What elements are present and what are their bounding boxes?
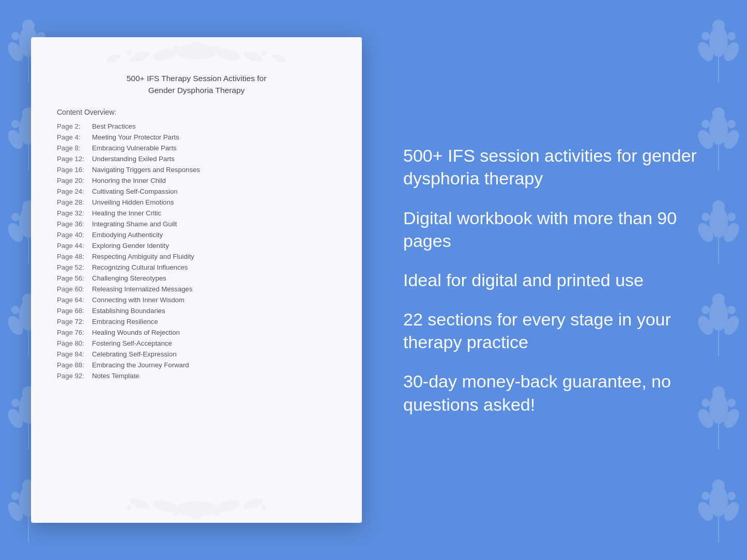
toc-page-number: Page 88: [57, 361, 92, 369]
toc-page-number: Page 80: [57, 339, 92, 347]
toc-item: Page 16:Navigating Triggers and Response… [57, 165, 336, 175]
toc-page-number: Page 64: [57, 296, 92, 304]
toc-title: Honoring the Inner Child [92, 177, 166, 184]
content-overview-label: Content Overview: [57, 108, 336, 116]
toc-title: Understanding Exiled Parts [92, 155, 175, 163]
toc-title: Challenging Stereotypes [92, 274, 166, 282]
toc-title: Best Practices [92, 122, 135, 130]
svg-point-93 [261, 51, 266, 56]
toc-title: Fostering Self-Acceptance [92, 339, 172, 347]
svg-point-101 [214, 509, 220, 516]
document-preview: 500+ IFS Therapy Session Activities for … [31, 37, 362, 523]
svg-point-103 [242, 496, 264, 511]
toc-item: Page 64:Connecting with Inner Wisdom [57, 295, 336, 305]
toc-title: Releasing Internalized Messages [92, 285, 192, 293]
toc-page-number: Page 28: [57, 198, 92, 206]
svg-point-90 [128, 49, 150, 64]
toc-title: Notes Template [92, 372, 139, 380]
toc-item: Page 84:Celebrating Self-Expression [57, 349, 336, 359]
svg-point-104 [127, 505, 132, 510]
svg-point-89 [214, 45, 220, 51]
toc-item: Page 32:Healing the Inner Critic [57, 208, 336, 218]
toc-page-number: Page 12: [57, 155, 92, 163]
toc-item: Page 52:Recognizing Cultural Influences [57, 262, 336, 272]
toc-item: Page 24:Cultivating Self-Compassion [57, 186, 336, 196]
toc-page-number: Page 20: [57, 177, 92, 184]
toc-title: Embracing the Journey Forward [92, 361, 189, 369]
svg-point-105 [261, 505, 266, 510]
toc-title: Healing Wounds of Rejection [92, 329, 180, 336]
toc-title: Celebrating Self-Expression [92, 350, 176, 358]
toc-page-number: Page 60: [57, 285, 92, 293]
toc-title: Embracing Resilience [92, 318, 158, 325]
toc-item: Page 36:Integrating Shame and Guilt [57, 219, 336, 229]
toc-page-number: Page 24: [57, 188, 92, 195]
toc-item: Page 20:Honoring the Inner Child [57, 176, 336, 185]
toc-title: Exploring Gender Identity [92, 242, 169, 250]
toc-item: Page 2:Best Practices [57, 121, 336, 131]
toc-item: Page 28:Unveiling Hidden Emotions [57, 197, 336, 207]
toc-page-number: Page 8: [57, 144, 92, 152]
feature-item-5: 30-day money-back guarantee, no question… [403, 370, 716, 415]
toc-page-number: Page 48: [57, 253, 92, 260]
svg-point-94 [105, 52, 122, 65]
toc-item: Page 48:Respecting Ambiguity and Fluidit… [57, 252, 336, 261]
toc-item: Page 40:Embodying Authenticity [57, 230, 336, 240]
toc-title: Healing the Inner Critic [92, 209, 161, 217]
page-container: 500+ IFS Therapy Session Activities for … [0, 0, 747, 560]
toc-page-number: Page 2: [57, 122, 92, 130]
toc-item: Page 44:Exploring Gender Identity [57, 241, 336, 251]
toc-item: Page 68:Establishing Boundaries [57, 306, 336, 316]
toc-title: Respecting Ambiguity and Fluidity [92, 253, 194, 260]
svg-point-87 [192, 41, 201, 49]
svg-point-95 [271, 52, 287, 65]
toc-page-number: Page 84: [57, 350, 92, 358]
doc-bottom-decoration [31, 492, 362, 523]
toc-item: Page 92:Notes Template [57, 371, 336, 381]
features-panel: 500+ IFS session activities for gender d… [393, 144, 716, 416]
toc-page-number: Page 56: [57, 274, 92, 282]
toc-title: Cultivating Self-Compassion [92, 188, 178, 195]
doc-title: 500+ IFS Therapy Session Activities for … [57, 72, 336, 97]
toc-item: Page 12:Understanding Exiled Parts [57, 154, 336, 164]
toc-title: Establishing Boundaries [92, 307, 165, 315]
toc-page-number: Page 40: [57, 231, 92, 239]
toc-item: Page 76:Healing Wounds of Rejection [57, 328, 336, 337]
toc-page-number: Page 36: [57, 220, 92, 228]
svg-point-88 [173, 45, 179, 51]
toc-page-number: Page 16: [57, 166, 92, 174]
toc-title: Embodying Authenticity [92, 231, 163, 239]
toc-page-number: Page 68: [57, 307, 92, 315]
toc-page-number: Page 32: [57, 209, 92, 217]
toc-title: Navigating Triggers and Responses [92, 166, 200, 174]
feature-item-2: Digital workbook with more than 90 pages [403, 207, 716, 252]
toc-page-number: Page 44: [57, 242, 92, 250]
toc-title: Unveiling Hidden Emotions [92, 198, 174, 206]
svg-point-102 [128, 496, 150, 511]
toc-item: Page 4:Meeting Your Protector Parts [57, 132, 336, 142]
feature-item-1: 500+ IFS session activities for gender d… [403, 144, 716, 190]
svg-point-92 [127, 51, 132, 56]
toc-title: Connecting with Inner Wisdom [92, 296, 185, 304]
feature-item-3: Ideal for digital and printed use [403, 269, 716, 291]
toc-title: Meeting Your Protector Parts [92, 133, 179, 141]
svg-point-91 [242, 49, 264, 64]
toc-page-number: Page 52: [57, 263, 92, 271]
toc-list: Page 2:Best PracticesPage 4:Meeting Your… [57, 121, 336, 381]
feature-item-4: 22 sections for every stage in your ther… [403, 308, 716, 353]
toc-page-number: Page 72: [57, 318, 92, 325]
toc-title: Integrating Shame and Guilt [92, 220, 177, 228]
toc-page-number: Page 76: [57, 329, 92, 336]
toc-item: Page 72:Embracing Resilience [57, 317, 336, 326]
svg-point-100 [173, 509, 179, 516]
toc-page-number: Page 4: [57, 133, 92, 141]
doc-top-decoration [31, 37, 362, 68]
svg-point-99 [192, 511, 201, 520]
toc-page-number: Page 92: [57, 372, 92, 380]
toc-item: Page 56:Challenging Stereotypes [57, 273, 336, 283]
toc-item: Page 60:Releasing Internalized Messages [57, 284, 336, 294]
toc-item: Page 8:Embracing Vulnerable Parts [57, 143, 336, 153]
toc-title: Recognizing Cultural Influences [92, 263, 188, 271]
toc-item: Page 88:Embracing the Journey Forward [57, 360, 336, 370]
toc-item: Page 80:Fostering Self-Acceptance [57, 338, 336, 348]
